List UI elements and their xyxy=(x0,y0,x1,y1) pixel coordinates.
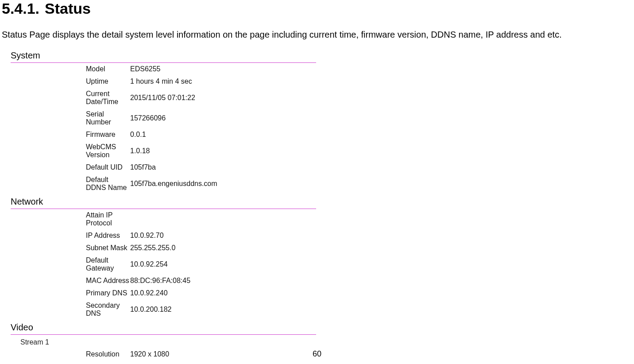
row-label: Model xyxy=(11,65,130,73)
table-row: Subnet Mask255.255.255.0 xyxy=(11,242,316,254)
row-label: MAC Address xyxy=(11,277,130,285)
table-row: WebCMS Version1.0.18 xyxy=(11,141,316,161)
table-row: Default UID105f7ba xyxy=(11,161,316,174)
row-label: Default DDNS Name xyxy=(11,176,130,192)
table-row: MAC Address88:DC:96:FA:08:45 xyxy=(11,275,316,287)
table-row: Serial Number157266096 xyxy=(11,108,316,128)
table-row: Current Date/Time2015/11/05 07:01:22 xyxy=(11,88,316,108)
row-value: 105f7ba xyxy=(130,163,316,171)
doc-intro: Status Page displays the detail system l… xyxy=(2,30,634,40)
table-row: Secondary DNS10.0.200.182 xyxy=(11,299,316,320)
table-row: Uptime1 hours 4 min 4 sec xyxy=(11,75,316,88)
table-row: Default DDNS Name105f7ba.engeniusddns.co… xyxy=(11,174,316,194)
row-value: 88:DC:96:FA:08:45 xyxy=(130,277,316,285)
row-label: Default UID xyxy=(11,163,130,171)
row-label: IP Address xyxy=(11,232,130,240)
section-network-header: Network xyxy=(11,194,316,209)
table-row: Firmware0.0.1 xyxy=(11,128,316,141)
row-value: 1.0.18 xyxy=(130,147,316,155)
section-video-header: Video xyxy=(11,320,316,335)
section-video-subheader: Stream 1 xyxy=(11,335,316,348)
row-label: Subnet Mask xyxy=(11,244,130,252)
doc-heading: 5.4.1.Status xyxy=(2,0,634,17)
row-label: Attain IP Protocol xyxy=(11,211,130,227)
row-label: Primary DNS xyxy=(11,289,130,297)
row-label: Serial Number xyxy=(11,110,130,126)
row-value: EDS6255 xyxy=(130,65,316,73)
row-value: 255.255.255.0 xyxy=(130,244,316,252)
row-value: 10.0.92.70 xyxy=(130,232,316,240)
table-row: Attain IP Protocol xyxy=(11,209,316,229)
row-label: Secondary DNS xyxy=(11,302,130,318)
row-label: Uptime xyxy=(11,77,130,85)
section-system-rows: ModelEDS6255 Uptime1 hours 4 min 4 sec C… xyxy=(11,63,316,194)
row-value: 105f7ba.engeniusddns.com xyxy=(130,180,316,188)
row-value: 0.0.1 xyxy=(130,131,316,139)
status-panel: System ModelEDS6255 Uptime1 hours 4 min … xyxy=(11,48,316,360)
row-label: Default Gateway xyxy=(11,256,130,272)
table-row: IP Address10.0.92.70 xyxy=(11,229,316,242)
page-number: 60 xyxy=(0,349,634,359)
table-row: ModelEDS6255 xyxy=(11,63,316,75)
heading-number: 5.4.1. xyxy=(2,0,39,17)
row-value: 2015/11/05 07:01:22 xyxy=(130,94,316,102)
row-value: 10.0.92.254 xyxy=(130,260,316,268)
section-network-rows: Attain IP Protocol IP Address10.0.92.70 … xyxy=(11,209,316,320)
table-row: Primary DNS10.0.92.240 xyxy=(11,287,316,299)
row-label: WebCMS Version xyxy=(11,143,130,159)
row-value: 1 hours 4 min 4 sec xyxy=(130,77,316,85)
row-label: Current Date/Time xyxy=(11,90,130,106)
heading-title: Status xyxy=(45,0,91,17)
row-value: 157266096 xyxy=(130,114,316,122)
row-value: 10.0.200.182 xyxy=(130,306,316,314)
row-label: Firmware xyxy=(11,131,130,139)
section-system-header: System xyxy=(11,48,316,63)
row-value: 10.0.92.240 xyxy=(130,289,316,297)
table-row: Default Gateway10.0.92.254 xyxy=(11,254,316,275)
